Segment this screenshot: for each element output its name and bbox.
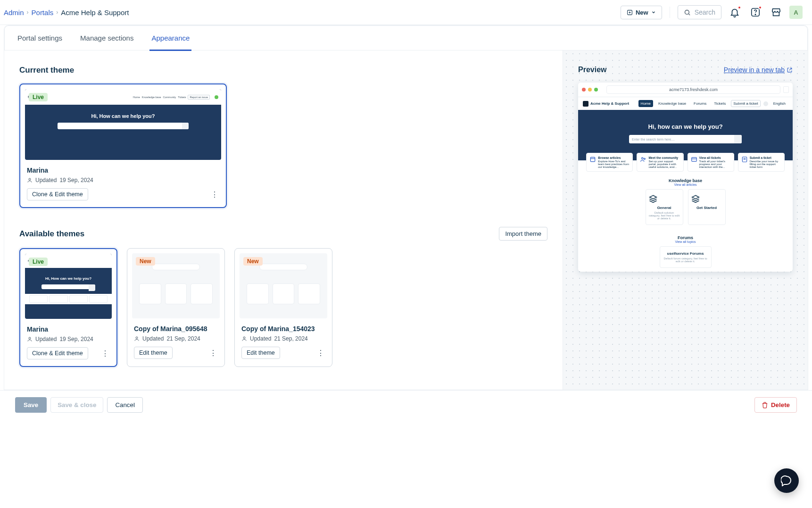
preview-nav-forums: Forums	[691, 100, 709, 107]
svg-rect-15	[691, 158, 696, 161]
save-button[interactable]: Save	[15, 397, 47, 413]
current-theme-card[interactable]: Live freshworks HomeKnowledge baseCommun…	[19, 83, 227, 208]
new-button[interactable]: New	[621, 6, 662, 19]
preview-brand: Acme Help & Support	[590, 101, 629, 106]
theme-thumbnail: Live freshworks HomeKnowledge baseCommun…	[25, 89, 221, 160]
updated-label: Updated	[35, 336, 57, 342]
preview-nav-home: Home	[638, 100, 653, 107]
search-placeholder: Search	[695, 8, 715, 16]
external-link-icon	[787, 67, 793, 73]
chevron-right-icon: ›	[27, 9, 29, 16]
window-controls	[582, 88, 598, 92]
save-close-button[interactable]: Save & close	[50, 397, 103, 413]
preview-link-label: Preview in a new tab	[724, 66, 785, 74]
avatar[interactable]: A	[789, 6, 803, 19]
import-theme-button[interactable]: Import theme	[499, 227, 547, 241]
theme-name: Marina	[27, 167, 219, 174]
search-button[interactable]: Search	[678, 5, 721, 19]
preview-heading: Preview	[578, 66, 606, 74]
theme-menu-button[interactable]: ⋮	[316, 347, 325, 358]
preview-tile-desc: Default solution category, feel free to …	[649, 211, 680, 220]
address-bar: acme7173.freshdesk.com	[606, 85, 780, 94]
store-icon	[771, 7, 781, 17]
preview-new-tab-link[interactable]: Preview in a new tab	[724, 66, 793, 74]
user-icon	[134, 336, 140, 341]
svg-point-9	[136, 337, 138, 339]
notification-dot	[737, 6, 741, 9]
current-theme-heading: Current theme	[19, 66, 547, 75]
updated-date: 19 Sep, 2024	[59, 336, 93, 342]
svg-point-13	[642, 158, 644, 159]
notifications-button[interactable]	[727, 5, 742, 20]
preview-tile-name: Get Started	[691, 206, 722, 210]
clone-edit-button[interactable]: Clone & Edit theme	[27, 347, 88, 359]
theme-thumbnail: New	[240, 253, 327, 318]
preview-nav-lang: English	[771, 100, 788, 107]
trash-icon	[762, 402, 768, 408]
tab-manage-sections[interactable]: Manage sections	[78, 25, 135, 50]
preview-card-desc: Set up your support portal, populate it …	[648, 160, 680, 168]
updated-date: 19 Sep, 2024	[59, 177, 93, 183]
preview-nav-kb: Knowledge base	[656, 100, 688, 107]
theme-name: Copy of Marina_154023	[241, 325, 325, 333]
search-icon	[684, 9, 691, 16]
new-button-label: New	[636, 9, 648, 16]
breadcrumb-portals[interactable]: Portals	[32, 8, 54, 17]
marketplace-button[interactable]	[769, 5, 784, 20]
edit-theme-button[interactable]: Edit theme	[134, 347, 173, 359]
chevron-down-icon	[651, 10, 656, 15]
preview-hero-text: Hi, how can we help you?	[583, 123, 788, 130]
svg-point-14	[644, 158, 646, 159]
theme-name: Marina	[27, 325, 110, 333]
available-theme-card[interactable]: New Copy of Marina_154023 Updated 21 Sep…	[234, 248, 332, 367]
breadcrumb-current: Acme Help & Support	[61, 8, 129, 17]
preview-forums-link: View all topics	[578, 240, 793, 243]
live-badge: Live	[29, 93, 48, 101]
new-badge: New	[243, 257, 263, 266]
preview-card-desc: Track all your ticket's progress and you…	[699, 160, 731, 168]
preview-tile-name: General	[649, 206, 680, 210]
edit-theme-button[interactable]: Edit theme	[241, 347, 280, 359]
available-theme-card[interactable]: New Copy of Marina_095648 Updated 21 Sep…	[127, 248, 225, 367]
theme-menu-button[interactable]: ⋮	[210, 189, 219, 200]
theme-menu-button[interactable]: ⋮	[100, 348, 110, 359]
help-button[interactable]	[748, 5, 763, 20]
user-icon	[27, 336, 33, 342]
tab-portal-settings[interactable]: Portal settings	[16, 25, 64, 50]
svg-point-10	[243, 337, 245, 339]
preview-tile-desc: Default forum category, feel free to edi…	[663, 257, 708, 263]
updated-label: Updated	[250, 335, 271, 342]
preview-tile-name: uselfservice Forums	[663, 251, 708, 256]
preview-card-desc: Describe your issue by filling out the s…	[750, 160, 781, 168]
available-theme-card[interactable]: Live freshworks Hi, How can we help you?…	[19, 248, 117, 367]
theme-thumbnail: Live freshworks Hi, How can we help you?	[25, 254, 112, 319]
preview-card-title: Meet the community	[648, 156, 680, 159]
updated-label: Updated	[142, 335, 164, 342]
svg-point-6	[755, 14, 755, 15]
preview-search-placeholder: Enter the search term here....	[632, 138, 675, 141]
tab-appearance[interactable]: Appearance	[149, 25, 191, 51]
breadcrumb-admin[interactable]: Admin	[4, 8, 24, 17]
preview-nav-submit: Submit a ticket	[731, 100, 760, 107]
svg-point-8	[29, 337, 31, 339]
plus-icon	[627, 9, 633, 16]
svg-marker-21	[692, 195, 699, 199]
preview-card-title: Browse articles	[598, 156, 630, 159]
theme-thumbnail: New	[132, 253, 220, 318]
preview-card-desc: Explore How-To's and learn best practice…	[598, 160, 630, 168]
updated-date: 21 Sep, 2024	[166, 335, 200, 342]
theme-name: Copy of Marina_095648	[134, 325, 218, 333]
live-badge: Live	[29, 258, 48, 266]
updated-label: Updated	[35, 177, 57, 183]
clone-edit-button[interactable]: Clone & Edit theme	[27, 188, 88, 200]
preview-browser: acme7173.freshdesk.com Acme Help & Suppo…	[578, 83, 793, 272]
new-badge: New	[136, 257, 155, 266]
preview-card-title: Submit a ticket	[750, 156, 781, 159]
delete-button[interactable]: Delete	[754, 397, 797, 413]
theme-menu-button[interactable]: ⋮	[208, 347, 218, 358]
available-themes-heading: Available themes	[19, 229, 84, 239]
preview-kb-heading: Knowledge base	[578, 178, 793, 183]
chevron-right-icon: ›	[56, 9, 58, 16]
svg-marker-20	[649, 195, 656, 199]
cancel-button[interactable]: Cancel	[107, 397, 143, 413]
